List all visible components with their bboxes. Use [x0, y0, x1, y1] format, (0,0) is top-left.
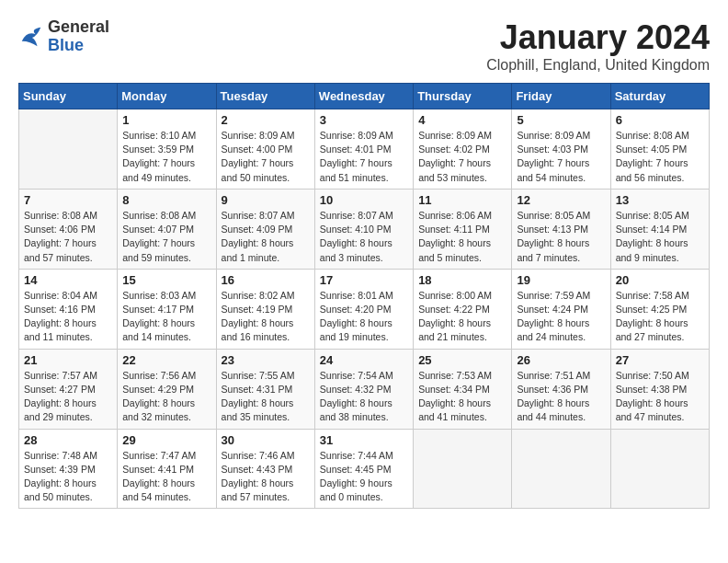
calendar-cell: 7Sunrise: 8:08 AMSunset: 4:06 PMDaylight…: [19, 189, 118, 269]
day-number: 4: [418, 113, 506, 127]
day-number: 26: [517, 353, 605, 367]
day-header-saturday: Saturday: [610, 84, 709, 109]
day-info: Sunrise: 8:07 AMSunset: 4:09 PMDaylight:…: [222, 209, 310, 265]
day-header-monday: Monday: [118, 84, 216, 109]
day-info: Sunrise: 8:03 AMSunset: 4:17 PMDaylight:…: [122, 289, 210, 345]
day-number: 19: [517, 273, 605, 287]
day-number: 21: [24, 353, 112, 367]
calendar-week-row: 14Sunrise: 8:04 AMSunset: 4:16 PMDayligh…: [19, 269, 710, 349]
calendar-cell: 25Sunrise: 7:53 AMSunset: 4:34 PMDayligh…: [414, 349, 512, 429]
logo-general-text: General: [48, 18, 109, 37]
calendar-cell: 14Sunrise: 8:04 AMSunset: 4:16 PMDayligh…: [19, 269, 118, 349]
day-number: 28: [24, 433, 112, 447]
day-info: Sunrise: 8:06 AMSunset: 4:11 PMDaylight:…: [418, 209, 506, 265]
calendar-cell: 19Sunrise: 7:59 AMSunset: 4:24 PMDayligh…: [512, 269, 610, 349]
calendar-cell: [512, 429, 610, 509]
day-header-tuesday: Tuesday: [216, 84, 314, 109]
calendar-cell: 29Sunrise: 7:47 AMSunset: 4:41 PMDayligh…: [118, 429, 216, 509]
calendar-cell: 6Sunrise: 8:08 AMSunset: 4:05 PMDaylight…: [610, 109, 709, 190]
day-info: Sunrise: 8:09 AMSunset: 4:00 PMDaylight:…: [222, 129, 310, 185]
day-number: 27: [616, 353, 704, 367]
day-number: 7: [24, 193, 112, 207]
day-number: 14: [24, 273, 112, 287]
day-info: Sunrise: 8:01 AMSunset: 4:20 PMDaylight:…: [320, 289, 408, 345]
calendar-subtitle: Clophill, England, United Kingdom: [486, 57, 710, 74]
day-number: 15: [122, 273, 210, 287]
calendar-cell: 4Sunrise: 8:09 AMSunset: 4:02 PMDaylight…: [414, 109, 512, 190]
day-number: 2: [222, 113, 310, 127]
day-header-thursday: Thursday: [414, 84, 512, 109]
title-block: January 2024 Clophill, England, United K…: [486, 18, 710, 74]
day-info: Sunrise: 7:50 AMSunset: 4:38 PMDaylight:…: [616, 369, 704, 425]
day-number: 25: [418, 353, 506, 367]
day-header-friday: Friday: [512, 84, 610, 109]
day-header-wednesday: Wednesday: [314, 84, 413, 109]
calendar-title: January 2024: [486, 18, 710, 57]
day-info: Sunrise: 8:04 AMSunset: 4:16 PMDaylight:…: [24, 289, 112, 345]
day-info: Sunrise: 8:02 AMSunset: 4:19 PMDaylight:…: [222, 289, 310, 345]
day-info: Sunrise: 7:56 AMSunset: 4:29 PMDaylight:…: [122, 369, 210, 425]
day-number: 30: [222, 433, 310, 447]
calendar-cell: 27Sunrise: 7:50 AMSunset: 4:38 PMDayligh…: [610, 349, 709, 429]
day-number: 11: [418, 193, 506, 207]
day-number: 29: [122, 433, 210, 447]
day-number: 5: [517, 113, 605, 127]
calendar-cell: 10Sunrise: 8:07 AMSunset: 4:10 PMDayligh…: [314, 189, 413, 269]
day-info: Sunrise: 8:09 AMSunset: 4:02 PMDaylight:…: [418, 129, 506, 185]
day-info: Sunrise: 8:10 AMSunset: 3:59 PMDaylight:…: [122, 129, 210, 185]
day-number: 20: [616, 273, 704, 287]
page-header: General Blue January 2024 Clophill, Engl…: [18, 18, 710, 74]
calendar-cell: 11Sunrise: 8:06 AMSunset: 4:11 PMDayligh…: [414, 189, 512, 269]
day-info: Sunrise: 7:44 AMSunset: 4:45 PMDaylight:…: [320, 449, 408, 505]
day-number: 10: [320, 193, 408, 207]
calendar-week-row: 28Sunrise: 7:48 AMSunset: 4:39 PMDayligh…: [19, 429, 710, 509]
logo-bird-icon: [18, 24, 44, 50]
day-number: 18: [418, 273, 506, 287]
day-info: Sunrise: 8:05 AMSunset: 4:14 PMDaylight:…: [616, 209, 704, 265]
calendar-cell: 13Sunrise: 8:05 AMSunset: 4:14 PMDayligh…: [610, 189, 709, 269]
calendar-cell: 9Sunrise: 8:07 AMSunset: 4:09 PMDaylight…: [216, 189, 314, 269]
day-number: 13: [616, 193, 704, 207]
logo-blue-text: Blue: [48, 37, 109, 55]
day-info: Sunrise: 8:09 AMSunset: 4:01 PMDaylight:…: [320, 129, 408, 185]
day-info: Sunrise: 8:08 AMSunset: 4:05 PMDaylight:…: [616, 129, 704, 185]
calendar-cell: [19, 109, 118, 190]
calendar-cell: 18Sunrise: 8:00 AMSunset: 4:22 PMDayligh…: [414, 269, 512, 349]
calendar-cell: 30Sunrise: 7:46 AMSunset: 4:43 PMDayligh…: [216, 429, 314, 509]
calendar-cell: 26Sunrise: 7:51 AMSunset: 4:36 PMDayligh…: [512, 349, 610, 429]
day-info: Sunrise: 8:05 AMSunset: 4:13 PMDaylight:…: [517, 209, 605, 265]
day-number: 8: [122, 193, 210, 207]
calendar-week-row: 7Sunrise: 8:08 AMSunset: 4:06 PMDaylight…: [19, 189, 710, 269]
calendar-week-row: 21Sunrise: 7:57 AMSunset: 4:27 PMDayligh…: [19, 349, 710, 429]
day-info: Sunrise: 7:48 AMSunset: 4:39 PMDaylight:…: [24, 449, 112, 505]
day-info: Sunrise: 8:08 AMSunset: 4:07 PMDaylight:…: [122, 209, 210, 265]
day-number: 6: [616, 113, 704, 127]
day-info: Sunrise: 7:51 AMSunset: 4:36 PMDaylight:…: [517, 369, 605, 425]
calendar-cell: 23Sunrise: 7:55 AMSunset: 4:31 PMDayligh…: [216, 349, 314, 429]
day-number: 17: [320, 273, 408, 287]
day-info: Sunrise: 7:46 AMSunset: 4:43 PMDaylight:…: [222, 449, 310, 505]
day-number: 24: [320, 353, 408, 367]
day-info: Sunrise: 8:00 AMSunset: 4:22 PMDaylight:…: [418, 289, 506, 345]
calendar-cell: 21Sunrise: 7:57 AMSunset: 4:27 PMDayligh…: [19, 349, 118, 429]
day-info: Sunrise: 7:54 AMSunset: 4:32 PMDaylight:…: [320, 369, 408, 425]
day-number: 9: [222, 193, 310, 207]
calendar-cell: 8Sunrise: 8:08 AMSunset: 4:07 PMDaylight…: [118, 189, 216, 269]
day-header-sunday: Sunday: [19, 84, 118, 109]
day-number: 16: [222, 273, 310, 287]
logo: General Blue: [18, 18, 109, 55]
calendar-cell: 3Sunrise: 8:09 AMSunset: 4:01 PMDaylight…: [314, 109, 413, 190]
day-number: 22: [122, 353, 210, 367]
calendar-cell: [414, 429, 512, 509]
day-info: Sunrise: 7:57 AMSunset: 4:27 PMDaylight:…: [24, 369, 112, 425]
calendar-cell: 24Sunrise: 7:54 AMSunset: 4:32 PMDayligh…: [314, 349, 413, 429]
day-info: Sunrise: 7:58 AMSunset: 4:25 PMDaylight:…: [616, 289, 704, 345]
calendar-week-row: 1Sunrise: 8:10 AMSunset: 3:59 PMDaylight…: [19, 109, 710, 190]
day-info: Sunrise: 8:07 AMSunset: 4:10 PMDaylight:…: [320, 209, 408, 265]
day-number: 12: [517, 193, 605, 207]
calendar-cell: 1Sunrise: 8:10 AMSunset: 3:59 PMDaylight…: [118, 109, 216, 190]
day-info: Sunrise: 8:09 AMSunset: 4:03 PMDaylight:…: [517, 129, 605, 185]
calendar-cell: 15Sunrise: 8:03 AMSunset: 4:17 PMDayligh…: [118, 269, 216, 349]
calendar-cell: 12Sunrise: 8:05 AMSunset: 4:13 PMDayligh…: [512, 189, 610, 269]
day-info: Sunrise: 8:08 AMSunset: 4:06 PMDaylight:…: [24, 209, 112, 265]
